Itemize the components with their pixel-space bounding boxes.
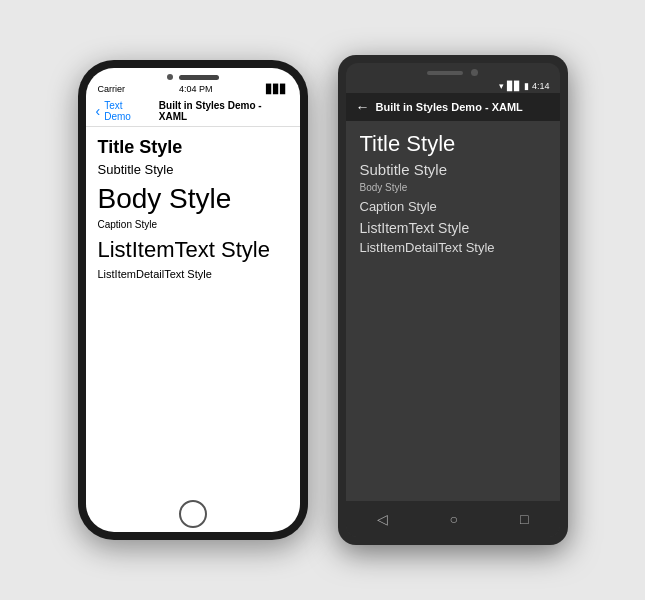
ios-signal: ▊▊▊ (266, 84, 287, 94)
ios-time: 4:04 PM (179, 84, 213, 94)
android-bottom-bar: ◁ ○ □ (346, 501, 560, 537)
android-list-detail-style: ListItemDetailText Style (360, 240, 546, 255)
android-back-icon[interactable]: ← (356, 99, 370, 115)
ios-camera-dot (167, 74, 173, 80)
android-body-style: Body Style (360, 182, 546, 193)
ios-carrier: Carrier (98, 84, 126, 94)
android-nav-bar: ← Built in Styles Demo - XAML (346, 93, 560, 121)
android-home-nav-icon[interactable]: ○ (450, 511, 458, 527)
android-phone: ▾ ▊▊ ▮ 4:14 ← Built in Styles Demo - XAM… (338, 55, 568, 545)
ios-status-bar: Carrier 4:04 PM ▊▊▊ (86, 82, 300, 96)
ios-nav-bar: ‹ Text Demo Built in Styles Demo - XAML (86, 96, 300, 127)
ios-back-label[interactable]: Text Demo (104, 100, 151, 122)
ios-speaker (179, 75, 219, 80)
android-recents-nav-icon[interactable]: □ (520, 511, 528, 527)
android-speaker (427, 71, 463, 75)
android-nav-title: Built in Styles Demo - XAML (376, 101, 523, 113)
android-title-style: Title Style (360, 131, 546, 157)
android-wifi-icon: ▾ (499, 81, 504, 91)
ios-home-button-area (86, 496, 300, 532)
android-time: 4:14 (532, 81, 550, 91)
android-battery-icon: ▮ (524, 81, 529, 91)
ios-home-button[interactable] (179, 500, 207, 528)
ios-caption-style: Caption Style (98, 219, 288, 230)
ios-list-detail-style: ListItemDetailText Style (98, 268, 288, 280)
android-back-nav-icon[interactable]: ◁ (377, 511, 388, 527)
ios-nav-title: Built in Styles Demo - XAML (159, 100, 290, 122)
ios-phone: Carrier 4:04 PM ▊▊▊ ‹ Text Demo Built in… (78, 60, 308, 540)
ios-title-style: Title Style (98, 137, 288, 158)
ios-back-icon: ‹ (96, 103, 101, 119)
ios-camera-bar (86, 68, 300, 82)
android-status-icons: ▾ ▊▊ ▮ 4:14 (499, 81, 550, 91)
android-subtitle-style: Subtitle Style (360, 161, 546, 178)
android-list-item-style: ListItemText Style (360, 220, 546, 236)
ios-content: Title Style Subtitle Style Body Style Ca… (86, 127, 300, 496)
android-signal-icon: ▊▊ (507, 81, 521, 91)
android-camera-dot (471, 69, 478, 76)
android-content: Title Style Subtitle Style Body Style Ca… (346, 121, 560, 501)
android-status-bar: ▾ ▊▊ ▮ 4:14 (346, 79, 560, 93)
android-caption-style: Caption Style (360, 199, 546, 214)
android-camera-bar (346, 63, 560, 79)
ios-body-style: Body Style (98, 183, 288, 215)
ios-list-item-style: ListItemText Style (98, 238, 288, 262)
ios-subtitle-style: Subtitle Style (98, 162, 288, 177)
